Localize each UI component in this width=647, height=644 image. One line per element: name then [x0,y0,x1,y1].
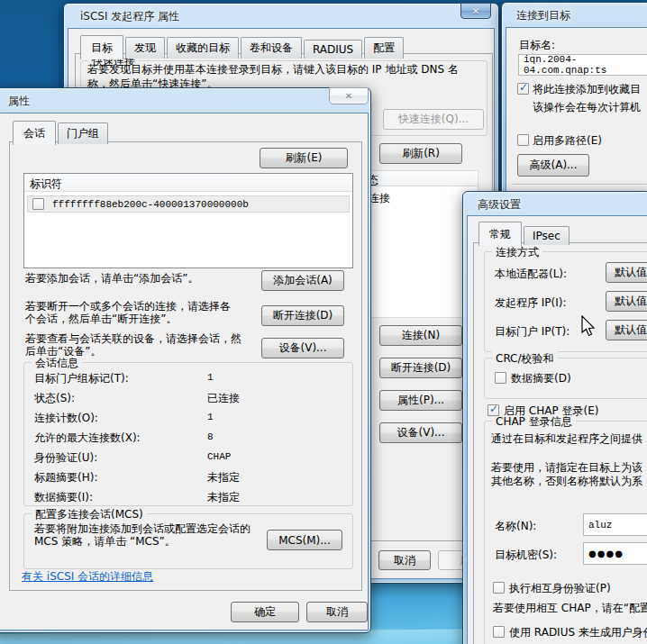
advanced-dialog-title: 高级设置 [478,197,521,213]
use-radius-checkbox[interactable] [493,626,505,638]
add-session-button[interactable]: 添加会话(A) [261,270,344,291]
session-info-value: 未指定 [207,490,240,505]
session-info-label: 允许的最大连接数(X): [34,431,141,446]
tab-favorite-targets[interactable]: 收藏的目标 [167,37,239,59]
properties-button[interactable]: 属性(P)... [379,390,462,411]
connect-window-title: 连接到目标 [516,8,570,23]
target-name-input[interactable]: iqn.2004-04.com.qnap:ts [518,54,647,76]
session-info-label: 连接计数(O): [34,411,98,426]
sessions-list-header: 标识符 [24,174,352,192]
data-digest-label: 数据摘要(D) [511,371,571,386]
target-portal-ip-select[interactable]: 默认值 [606,320,647,340]
local-adapter-label: 本地适配器(L): [495,267,567,282]
advanced-settings-dialog: 高级设置 常规 IPsec 连接方式 本地适配器(L): 默认值 发起程序 IP… [462,191,647,644]
enable-multipath-label: 启用多路径(E) [533,133,602,149]
session-info-label: 状态(S): [34,391,75,406]
tab-portal-groups[interactable]: 门户组 [58,122,108,144]
favorites-note: 该操作会在每次计算机 [533,100,641,115]
connect-to-target-window: 连接到目标 目标名: iqn.2004-04.com.qnap:ts 将此连接添… [501,2,647,218]
target-portal-ip-label: 目标门户 IP(T): [495,324,570,340]
tab-volumes-devices[interactable]: 卷和设备 [241,37,302,59]
divider [513,184,647,186]
data-digest-checkbox[interactable] [495,372,506,384]
mutual-chap-note: 若要使用相互 CHAP，请在“配置 [493,601,647,616]
tab-radius[interactable]: RADIUS [304,40,362,59]
use-radius-label: 使用 RADIUS 来生成用户身份 [509,625,647,640]
initiator-ip-label: 发起程序 IP(I): [495,295,567,311]
local-adapter-select[interactable]: 默认值 [606,262,647,283]
tab-targets[interactable]: 目标 [80,35,123,59]
disconnect-button[interactable]: 断开连接(D) [379,358,462,378]
session-list-item[interactable]: ffffffff88eb200c-400001370000000b [27,195,350,213]
session-identifier: ffffffff88eb200c-400001370000000b [52,199,249,210]
add-to-favorites-checkbox[interactable] [517,83,529,95]
crc-checksum-group-label: CRC/校验和 [492,351,558,367]
advanced-dialog-titlebar[interactable]: 高级设置 [463,192,647,215]
quick-connect-button[interactable]: 快速连接(Q)... [383,109,484,130]
chap-note-line2: 其他名称，否则名称将默认为系 [491,474,642,489]
enable-chap-label: 启用 CHAP 登录(E) [504,404,598,419]
enable-multipath-checkbox[interactable] [517,134,529,146]
desktop: iSCSI 发起程序 属性 ✕ 目标 发现 收藏的目标 卷和设备 RADIUS … [0,0,647,644]
target-name-label: 目标名: [519,38,555,53]
cancel-button[interactable]: 取消 [378,550,431,570]
session-info-label: 身份验证(U): [34,450,97,466]
connect-button[interactable]: 连接(N) [379,325,462,346]
chap-name-label: 名称(N): [495,519,536,534]
add-session-text: 若要添加会话，请单击“添加会话”。 [25,271,198,286]
iscsi-window-titlebar[interactable]: iSCSI 发起程序 属性 ✕ [64,4,498,27]
advanced-button[interactable]: 高级(A)... [517,154,589,177]
add-to-favorites-label: 将此连接添加到收藏目 [533,82,641,97]
connect-window-titlebar[interactable]: 连接到目标 [502,3,647,26]
sessions-list[interactable]: 标识符 ffffffff88eb200c-400001370000000b [23,173,353,268]
session-info-value: 已连接 [207,391,240,406]
session-info-label: 数据摘要(I): [34,490,93,505]
refresh-sessions-button[interactable]: 刷新(E) [260,148,348,168]
iscsi-window-title: iSCSI 发起程序 属性 [80,9,179,24]
session-info-value: 1 [207,412,214,422]
session-info-value: 8 [207,431,214,442]
connection-method-group-label: 连接方式 [492,245,542,260]
chap-description: 通过在目标和发起程序之间提供 [491,431,642,447]
mcs-text-line2: MCS 策略，请单击 “MCS”。 [34,534,176,549]
properties-dialog-title: 属性 [8,94,30,109]
session-checkbox[interactable] [32,198,44,210]
properties-dialog: 属性 ✕ 会话 门户组 刷新(E) 标识符 ffffffff88eb200c-4… [0,87,371,633]
quick-connect-text-line1: 若要发现目标并使用基本连接登录到目标，请键入该目标的 IP 地址或 DNS 名 [87,62,459,77]
properties-dialog-titlebar[interactable]: 属性 ✕ [0,88,370,112]
tab-sessions[interactable]: 会话 [13,121,56,145]
initiator-ip-select[interactable]: 默认值 [606,291,647,312]
chap-name-input[interactable]: aluz [583,513,647,536]
session-devices-button[interactable]: 设备(V)... [261,338,344,358]
mcs-button[interactable]: MCS(M)... [267,530,342,550]
close-icon[interactable]: ✕ [329,87,369,104]
tab-discovery[interactable]: 发现 [125,37,165,59]
targets-list-status-column-header[interactable]: 态 [361,170,478,186]
session-info-value: 未指定 [207,470,240,485]
mutual-auth-label: 执行相互身份验证(P) [509,581,611,596]
tab-configuration[interactable]: 配置 [364,37,404,59]
close-icon[interactable]: ✕ [460,3,491,19]
disconnect-text-line2: 个会话，然后单击“断开连接”。 [25,312,177,327]
mutual-auth-checkbox[interactable] [493,582,505,594]
disconnect-session-button[interactable]: 断开连接(D) [261,305,344,326]
ok-button[interactable]: 确定 [231,602,299,622]
devices-button[interactable]: 设备(V)... [379,422,462,443]
iscsi-session-details-link[interactable]: 有关 iSCSI 会话的详细信息 [22,569,153,585]
target-status-value: 连接 [369,191,390,206]
session-info-value: CHAP [207,451,231,462]
mouse-cursor-icon [579,315,598,339]
enable-chap-checkbox[interactable] [488,404,499,416]
session-info-label: 标题摘要(H): [34,470,97,485]
session-info-group-label: 会话信息 [32,356,82,371]
target-secret-input[interactable]: ●●●● [583,542,647,565]
targets-list[interactable]: 连接 [361,186,478,318]
session-info-value: 1 [207,372,214,383]
tab-general[interactable]: 常规 [478,222,522,246]
target-secret-label: 目标机密(S): [495,548,557,563]
cancel-button[interactable]: 取消 [306,602,368,622]
refresh-button[interactable]: 刷新(R) [379,143,462,164]
session-info-label: 目标门户组标记(T): [34,371,129,386]
mcs-group-label: 配置多连接会话(MCS) [32,507,147,522]
tab-ipsec[interactable]: IPsec [524,226,570,245]
